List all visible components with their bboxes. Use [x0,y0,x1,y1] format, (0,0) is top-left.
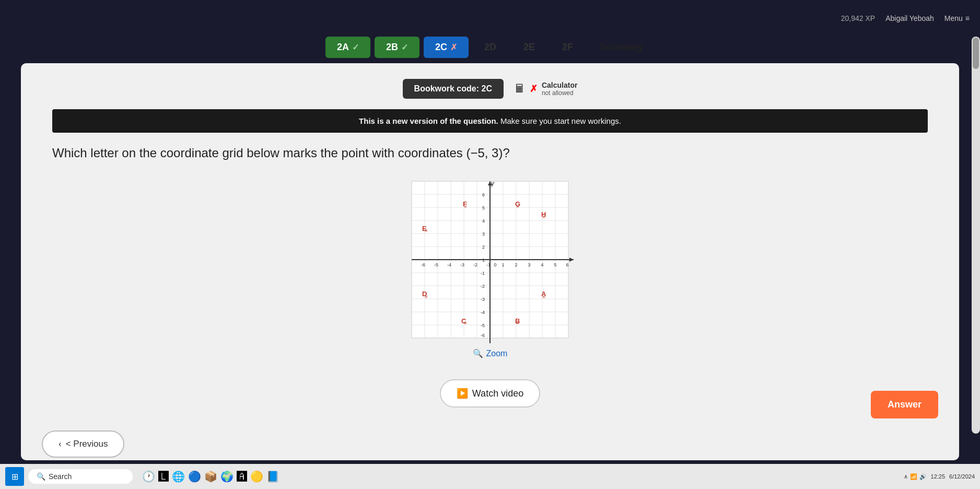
watch-video-button[interactable]: ▶️ Watch video [440,379,540,408]
calculator-label: Calculator [542,81,577,89]
tab-2B[interactable]: 2B ✓ [375,37,419,58]
svg-text:5: 5 [554,262,556,267]
watch-video-label: Watch video [472,388,523,399]
calculator-info: 🖩 ✗ Calculator not allowed [514,81,577,97]
tab-2F[interactable]: 2F [551,37,585,58]
username-display: Abigail Yeboah [885,14,934,22]
taskbar-app-1[interactable]: 🕐 [142,470,155,483]
svg-text:×: × [464,320,467,326]
svg-text:3: 3 [528,262,530,267]
svg-text:-4: -4 [447,262,451,267]
system-tray-icons: ∧ 📶 🔊 [904,473,927,480]
previous-button[interactable]: ‹ < Previous [42,430,124,458]
taskbar-app-7[interactable]: 🅰 [237,471,247,483]
taskbar-app-4[interactable]: 🔵 [188,470,201,483]
svg-text:×: × [516,204,519,209]
question-text: Which letter on the coordinate grid belo… [52,146,928,160]
scroll-thumb [973,38,979,69]
svg-text:-4: -4 [481,310,485,315]
taskbar-app-8[interactable]: 🟡 [250,470,263,483]
taskbar-app-5[interactable]: 📦 [204,470,217,483]
scroll-bar[interactable] [972,37,980,434]
svg-text:1: 1 [482,258,485,263]
tab-summary-label: Summary [600,42,643,53]
previous-arrow-icon: ‹ [59,439,62,449]
svg-text:-1: -1 [486,262,491,267]
menu-button[interactable]: Menu ≡ [944,14,970,22]
nav-tabs: 2A ✓ 2B ✓ 2C ✗ 2D 2E 2F Summary [0,37,980,63]
svg-text:×: × [516,320,519,326]
taskbar-app-3[interactable]: 🌐 [172,470,185,483]
tab-2A-check-icon: ✓ [352,42,359,52]
taskbar-app-9[interactable]: 📘 [266,470,279,483]
arrow-up-icon[interactable]: ∧ [904,473,908,480]
zoom-button[interactable]: 🔍 Zoom [473,348,508,358]
bookwork-row: Bookwork code: 2C 🖩 ✗ Calculator not all… [52,79,928,99]
svg-text:y: y [491,180,495,187]
tab-2C-label: 2C [435,42,447,53]
answer-button[interactable]: Answer [871,391,938,418]
previous-label: < Previous [66,439,108,449]
warning-bold: This is a new version of the question. [359,117,498,125]
svg-text:-5: -5 [481,323,485,328]
svg-text:6: 6 [566,262,568,267]
tab-2C-x-icon: ✗ [450,42,457,52]
taskbar-apps: 🕐 🅻 🌐 🔵 📦 🌍 🅰 🟡 📘 [142,470,279,483]
grid-container: x y -6 -5 -4 -3 -2 -1 0 1 2 3 4 5 6 6 5 … [52,176,928,358]
svg-text:1: 1 [501,262,504,267]
svg-text:-2: -2 [473,262,477,267]
svg-text:-6: -6 [481,333,485,338]
xp-display: 20,942 XP [841,14,875,22]
tab-2C[interactable]: 2C ✗ [424,37,469,58]
tab-2F-label: 2F [562,42,573,53]
svg-text:6: 6 [482,192,485,197]
zoom-icon: 🔍 [473,348,483,358]
tab-2A[interactable]: 2A ✓ [325,37,370,58]
svg-text:×: × [425,228,428,234]
warning-rest: Make sure you start new workings. [500,117,621,125]
svg-text:0: 0 [494,262,496,267]
bookwork-code: Bookwork code: 2C [403,79,504,99]
svg-text:4: 4 [482,218,485,224]
svg-text:×: × [464,204,467,209]
svg-text:2: 2 [482,245,485,250]
svg-text:-1: -1 [481,271,485,276]
menu-icon: ≡ [965,14,970,22]
zoom-label: Zoom [486,349,508,358]
svg-text:-3: -3 [460,262,464,267]
clock: 12:25 [931,473,946,480]
svg-text:×: × [425,294,428,300]
tab-2E[interactable]: 2E [512,37,546,58]
svg-text:-3: -3 [481,297,485,302]
svg-text:-6: -6 [421,262,425,267]
wifi-icon[interactable]: 📶 [910,473,917,480]
svg-text:×: × [542,294,545,300]
svg-text:2: 2 [515,262,517,267]
tab-2E-label: 2E [523,42,535,53]
tab-2A-label: 2A [337,42,349,53]
watch-video-icon: ▶️ [457,388,468,399]
svg-marker-25 [569,258,574,262]
start-button[interactable]: ⊞ [5,467,24,486]
tab-summary[interactable]: Summary [589,37,655,58]
svg-text:×: × [542,214,545,220]
taskbar-app-6[interactable]: 🌍 [220,470,234,483]
taskbar-search[interactable]: 🔍 Search [28,469,133,484]
tab-2D[interactable]: 2D [473,37,508,58]
date: 6/12/2024 [949,473,975,480]
warning-bar: This is a new version of the question. M… [52,109,928,133]
calculator-sub: not allowed [542,89,577,97]
main-content: Bookwork code: 2C 🖩 ✗ Calculator not all… [21,63,959,460]
svg-text:-2: -2 [481,284,485,289]
taskbar: ⊞ 🔍 Search 🕐 🅻 🌐 🔵 📦 🌍 🅰 🟡 📘 ∧ 📶 🔊 12:25… [0,464,980,489]
coordinate-grid: x y -6 -5 -4 -3 -2 -1 0 1 2 3 4 5 6 6 5 … [406,176,574,343]
svg-text:3: 3 [482,231,485,237]
windows-icon: ⊞ [11,472,18,482]
svg-text:5: 5 [482,205,485,211]
taskbar-app-2[interactable]: 🅻 [158,471,169,483]
svg-text:-5: -5 [434,262,438,267]
calculator-icon: 🖩 [514,82,526,96]
volume-icon[interactable]: 🔊 [919,473,927,480]
search-icon: 🔍 [37,472,45,481]
taskbar-right: ∧ 📶 🔊 12:25 6/12/2024 [904,473,975,480]
